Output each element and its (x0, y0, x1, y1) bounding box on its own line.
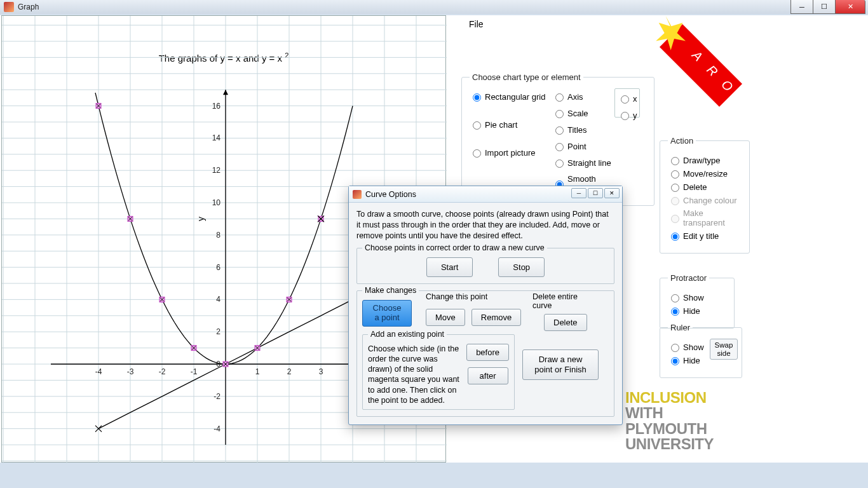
dialog-minimize-button[interactable]: ─ (571, 188, 587, 198)
after-button[interactable]: after (468, 367, 508, 384)
svg-text:R: R (704, 62, 721, 79)
protractor-group: Protractor Show Hide (660, 273, 735, 329)
svg-marker-75 (656, 16, 686, 50)
plymouth-logo: INCLUSION WITH PLYMOUTH UNIVERSITY (625, 390, 714, 452)
radio-point[interactable]: Point (552, 141, 614, 151)
action-legend: Action (668, 136, 696, 146)
radio-delete[interactable]: Delete (668, 182, 742, 192)
curve-options-dialog[interactable]: Curve Options ─ ☐ ✕ To draw a smooth cur… (348, 186, 623, 425)
radio-x[interactable]: x (618, 93, 637, 104)
chart-type-legend: Choose chart type or element (470, 72, 583, 82)
svg-text:14: 14 (212, 133, 221, 142)
radio-rectangular-grid[interactable]: Rectangular grid (470, 92, 552, 102)
move-button[interactable]: Move (426, 309, 465, 326)
swap-side-button[interactable]: Swap side (710, 339, 738, 360)
svg-text:O: O (719, 77, 736, 94)
svg-text:-2: -2 (159, 367, 166, 376)
file-menu[interactable]: File (469, 19, 484, 29)
radio-scale[interactable]: Scale (552, 108, 614, 118)
svg-marker-74 (660, 24, 742, 107)
before-button[interactable]: before (466, 344, 509, 361)
minimize-button[interactable]: ─ (790, 0, 813, 14)
svg-text:A: A (689, 48, 705, 64)
svg-text:-1: -1 (191, 367, 198, 376)
aro-ribbon: A R O (647, 11, 755, 119)
close-button[interactable]: ✕ (835, 0, 865, 14)
svg-text:8: 8 (216, 231, 220, 240)
axis-xy-group: x y (614, 88, 640, 118)
maximize-button[interactable]: ☐ (813, 0, 836, 14)
radio-change-colour: Change colour (668, 195, 742, 205)
svg-text:16: 16 (212, 102, 221, 111)
protractor-legend: Protractor (668, 273, 709, 283)
svg-marker-45 (223, 90, 228, 95)
choose-points-section: Choose points in correct order to draw a… (356, 248, 614, 284)
ruler-group: Ruler Show Hide Swap side (660, 323, 742, 378)
svg-text:1: 1 (255, 367, 260, 376)
delete-curve-button[interactable]: Delete (544, 314, 587, 331)
dialog-instructions: To draw a smooth curve, choose points (a… (356, 209, 614, 241)
svg-text:2: 2 (216, 327, 220, 336)
ruler-legend: Ruler (668, 323, 693, 332)
svg-text:y: y (196, 217, 206, 221)
svg-text:-4: -4 (95, 367, 102, 376)
svg-text:10: 10 (212, 198, 221, 207)
window-titlebar: Graph ─ ☐ ✕ (0, 0, 868, 14)
radio-straight-line[interactable]: Straight line (552, 158, 614, 168)
radio-protractor-hide[interactable]: Hide (668, 306, 726, 316)
svg-text:6: 6 (216, 263, 220, 272)
add-existing-text: Choose which side (in the order the curv… (368, 344, 460, 406)
radio-move-resize[interactable]: Move/resize (668, 168, 742, 179)
svg-text:12: 12 (212, 166, 221, 175)
radio-titles[interactable]: Titles (552, 125, 614, 135)
stop-button[interactable]: Stop (498, 257, 545, 277)
radio-import-picture[interactable]: Import picture (470, 147, 552, 158)
radio-axis[interactable]: Axis (552, 92, 614, 102)
radio-protractor-show[interactable]: Show (668, 292, 726, 302)
radio-draw-type[interactable]: Draw/type (668, 155, 742, 165)
app-icon (4, 2, 14, 12)
draw-or-finish-button[interactable]: Draw a new point or Finish (522, 349, 599, 380)
svg-text:-2: -2 (214, 392, 220, 401)
choose-a-point-button[interactable]: Choose a point (362, 300, 412, 327)
svg-text:3: 3 (319, 367, 323, 376)
radio-pie-chart[interactable]: Pie chart (470, 119, 552, 130)
dialog-icon (353, 190, 362, 199)
make-changes-section: Make changes Choose a point Add an exist… (356, 290, 614, 417)
start-button[interactable]: Start (426, 257, 473, 277)
svg-text:4: 4 (216, 295, 220, 304)
svg-text:2: 2 (287, 367, 292, 376)
window-title: Graph (18, 3, 39, 11)
svg-text:-4: -4 (214, 424, 220, 433)
dialog-maximize-button[interactable]: ☐ (588, 188, 603, 198)
radio-edit-y-title[interactable]: Edit y title (668, 231, 742, 241)
dialog-close-button[interactable]: ✕ (604, 188, 620, 198)
dialog-titlebar[interactable]: Curve Options ─ ☐ ✕ (349, 186, 622, 203)
remove-button[interactable]: Remove (471, 309, 521, 326)
action-group: Action Draw/type Move/resize Delete Chan… (660, 136, 750, 254)
svg-text:-3: -3 (127, 367, 134, 376)
dialog-title: Curve Options (365, 190, 416, 199)
radio-y[interactable]: y (618, 110, 637, 120)
radio-make-transparent: Make transparent (668, 208, 742, 227)
